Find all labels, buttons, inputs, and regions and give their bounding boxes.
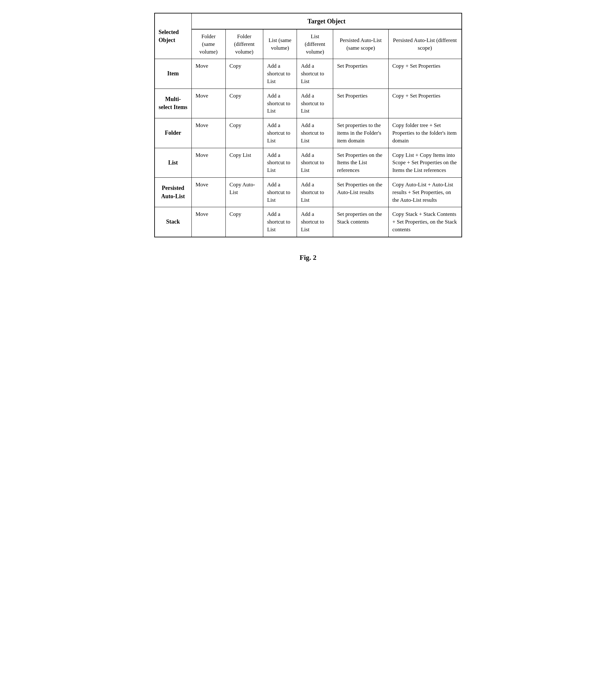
cell-0-3: Add a shortcut to List — [297, 59, 333, 89]
cell-1-5: Copy + Set Properties — [388, 89, 462, 118]
cell-3-5: Copy List + Copy Items into Scope + Set … — [388, 148, 462, 177]
column-headers-row: Folder (same volume)Folder (different vo… — [154, 29, 462, 59]
table-row: Multi-select ItemsMoveCopyAdd a shortcut… — [154, 89, 462, 118]
row-header-2: Folder — [154, 118, 192, 148]
selected-object-header: Selected Object — [154, 13, 192, 59]
cell-5-2: Add a shortcut to List — [263, 207, 297, 237]
cell-1-4: Set Properties — [333, 89, 388, 118]
cell-5-0: Move — [192, 207, 225, 237]
col-header-2: List (same volume) — [263, 29, 297, 59]
cell-0-2: Add a shortcut to List — [263, 59, 297, 89]
cell-0-5: Copy + Set Properties — [388, 59, 462, 89]
cell-4-4: Set Properties on the Auto-List results — [333, 177, 388, 207]
cell-3-3: Add a shortcut to List — [297, 148, 333, 177]
cell-1-3: Add a shortcut to List — [297, 89, 333, 118]
cell-2-4: Set properties to the items in the Folde… — [333, 118, 388, 148]
cell-1-0: Move — [192, 89, 225, 118]
row-header-4: Persisted Auto-List — [154, 177, 192, 207]
cell-5-1: Copy — [225, 207, 263, 237]
cell-4-5: Copy Auto-List + Auto-List results + Set… — [388, 177, 462, 207]
cell-3-0: Move — [192, 148, 225, 177]
cell-0-1: Copy — [225, 59, 263, 89]
row-header-1: Multi-select Items — [154, 89, 192, 118]
col-header-1: Folder (different volume) — [225, 29, 263, 59]
col-header-3: List (different volume) — [297, 29, 333, 59]
cell-3-1: Copy List — [225, 148, 263, 177]
table-row: FolderMoveCopyAdd a shortcut to ListAdd … — [154, 118, 462, 148]
table-row: Persisted Auto-ListMoveCopy Auto-ListAdd… — [154, 177, 462, 207]
cell-5-5: Copy Stack + Stack Contents + Set Proper… — [388, 207, 462, 237]
cell-2-1: Copy — [225, 118, 263, 148]
table-body: ItemMoveCopyAdd a shortcut to ListAdd a … — [154, 59, 462, 237]
target-object-header: Target Object — [192, 13, 462, 29]
figure-label: Fig. 2 — [154, 253, 462, 262]
table-row: ListMoveCopy ListAdd a shortcut to ListA… — [154, 148, 462, 177]
cell-0-4: Set Properties — [333, 59, 388, 89]
main-table-wrapper: Selected Object Target Object Folder (sa… — [154, 13, 462, 262]
cell-3-2: Add a shortcut to List — [263, 148, 297, 177]
drag-drop-table: Selected Object Target Object Folder (sa… — [154, 13, 462, 237]
table-row: StackMoveCopyAdd a shortcut to ListAdd a… — [154, 207, 462, 237]
cell-4-2: Add a shortcut to List — [263, 177, 297, 207]
row-header-3: List — [154, 148, 192, 177]
cell-5-4: Set properties on the Stack contents — [333, 207, 388, 237]
cell-2-5: Copy folder tree + Set Properties to the… — [388, 118, 462, 148]
cell-2-0: Move — [192, 118, 225, 148]
row-header-5: Stack — [154, 207, 192, 237]
cell-5-3: Add a shortcut to List — [297, 207, 333, 237]
cell-4-0: Move — [192, 177, 225, 207]
cell-2-3: Add a shortcut to List — [297, 118, 333, 148]
row-header-0: Item — [154, 59, 192, 89]
cell-4-1: Copy Auto-List — [225, 177, 263, 207]
cell-1-2: Add a shortcut to List — [263, 89, 297, 118]
cell-4-3: Add a shortcut to List — [297, 177, 333, 207]
col-header-0: Folder (same volume) — [192, 29, 225, 59]
cell-0-0: Move — [192, 59, 225, 89]
col-header-4: Persisted Auto-List (same scope) — [333, 29, 388, 59]
cell-1-1: Copy — [225, 89, 263, 118]
cell-2-2: Add a shortcut to List — [263, 118, 297, 148]
table-row: ItemMoveCopyAdd a shortcut to ListAdd a … — [154, 59, 462, 89]
col-header-5: Persisted Auto-List (different scope) — [388, 29, 462, 59]
cell-3-4: Set Properties on the Items the List ref… — [333, 148, 388, 177]
